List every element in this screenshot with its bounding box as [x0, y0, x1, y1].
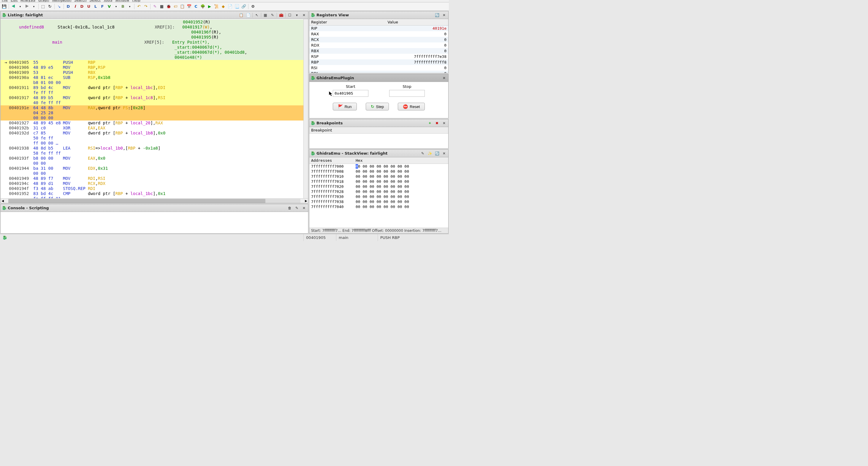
chip-icon[interactable]: ▦ [159, 4, 165, 9]
menu-edit[interactable]: Edit [11, 0, 18, 2]
menu-select[interactable]: Select [90, 0, 101, 2]
i-icon[interactable]: I [72, 4, 78, 9]
menu-window[interactable]: Window [115, 0, 129, 2]
refresh-icon[interactable]: 🔄 [434, 151, 440, 156]
listing-row[interactable]: 40 fe ff ff [1, 100, 303, 105]
sheet2-icon[interactable]: 📃 [234, 4, 240, 9]
cal1-icon[interactable]: 📋 [179, 4, 185, 9]
listing-row[interactable]: 0040194ff3 48 abSTOSQ.REPRDI [1, 186, 303, 191]
edit-icon[interactable]: ✎ [420, 151, 426, 156]
listing-row[interactable]: 0040191748 89 b5MOVqword ptr [RBP + loca… [1, 95, 303, 100]
hex-col[interactable]: Hex [354, 157, 448, 163]
listing-row[interactable]: 0040192748 89 45 e8MOVqword ptr [RBP + l… [1, 121, 303, 126]
register-row[interactable]: RAX0 [309, 31, 448, 37]
listing-row[interactable]: 0040190a48 81 ecSUBRSP,0x1b8 [1, 75, 303, 80]
save-icon[interactable]: 💾 [1, 4, 7, 9]
cursor-icon[interactable]: ↖ [254, 12, 260, 18]
copy-icon[interactable]: 📋 [238, 12, 244, 18]
close-icon[interactable]: ✕ [441, 12, 447, 18]
start-input[interactable] [333, 90, 368, 97]
breakpoints-body[interactable]: Breakpoint [309, 127, 448, 148]
registers-body[interactable]: Register Value RIP40191eRAX0RCX0RDX0RBX0… [309, 19, 448, 73]
stack-row[interactable]: 7fffffffff702000 00 00 00 00 00 00 00 [309, 184, 448, 189]
listing-row[interactable]: ff 00 00 … [1, 141, 303, 146]
close-icon[interactable]: ✕ [301, 12, 307, 18]
listing-row[interactable]: →0040190555PUSHRBP [1, 60, 303, 65]
listing-row[interactable]: 0040195283 bd 4cCMPdword ptr [RBP + loca… [1, 191, 303, 196]
back-icon[interactable]: ⯇ [10, 4, 16, 9]
register-row[interactable]: RBX0 [309, 48, 448, 54]
listing-row[interactable]: 00 00 [1, 161, 303, 166]
reset-button[interactable]: ⛔Reset [398, 103, 425, 111]
listing-row[interactable]: 50 fe ff [1, 136, 303, 141]
listing-row[interactable]: fe ff ff [1, 90, 303, 95]
forward-icon[interactable]: ⯈ [24, 4, 30, 9]
listing-view[interactable]: 00401952(R)undefined8Stack[-0x1c8…local_… [1, 19, 303, 198]
register-row[interactable]: RIP40191e [309, 26, 448, 31]
refresh-icon[interactable]: 🔄 [434, 12, 440, 18]
stack-row[interactable]: 7fffffffff701800 00 00 00 00 00 00 00 [309, 179, 448, 184]
diamond-icon[interactable]: ◆ [220, 4, 226, 9]
close-icon[interactable]: ✕ [441, 75, 447, 81]
register-col-name[interactable]: Register [309, 19, 385, 26]
stack-row[interactable]: 7fffffffff703800 00 00 00 00 00 00 00 [309, 199, 448, 204]
refresh-icon[interactable]: ↻ [47, 4, 53, 9]
tree-icon[interactable]: 🌳 [200, 4, 206, 9]
listing-row[interactable]: 0040193848 8d b5LEARSI=>local_1b0,[RBP +… [1, 146, 303, 151]
v-icon[interactable]: V [106, 4, 112, 9]
menu-file[interactable]: File [2, 0, 8, 2]
dropdown-icon[interactable]: ▾ [127, 4, 133, 9]
play-icon[interactable]: ▶ [207, 4, 213, 9]
gear-icon[interactable]: ⚙ [250, 4, 256, 9]
stack-body[interactable]: Addresses Hex 7fffffffff700000 00 00 00 … [309, 157, 448, 228]
menu-bar[interactable]: FileEditAnalysisGraphNavigationSearchSel… [0, 0, 449, 2]
close-icon[interactable]: ✕ [301, 205, 307, 211]
menu-tools[interactable]: Tools [103, 0, 113, 2]
listing-row[interactable]: b8 01 00 00 [1, 80, 303, 85]
layout-icon[interactable]: ▦ [262, 12, 268, 18]
listing-row[interactable]: 0040192b31 c0XOREAX,EAX [1, 126, 303, 131]
close-icon[interactable]: ✕ [441, 120, 447, 126]
register-row[interactable]: RDI0 [309, 71, 448, 73]
remove-icon[interactable]: ✖ [434, 120, 440, 126]
close-icon[interactable]: ✕ [441, 151, 447, 156]
f-icon[interactable]: F [99, 4, 105, 9]
addresses-col[interactable]: Addresses [309, 157, 354, 163]
listing-row[interactable]: 00 00 00 [1, 116, 303, 121]
toolbox-icon[interactable]: 🧰 [278, 12, 284, 18]
listing-row[interactable]: fe ff ff 01 [1, 196, 303, 198]
window-icon[interactable]: ☐ [287, 12, 293, 18]
l-icon[interactable]: L [93, 4, 98, 9]
edit-listing-icon[interactable]: ✎ [270, 12, 276, 18]
script-icon[interactable]: 📜 [213, 4, 219, 9]
step-button[interactable]: ↻Step [366, 103, 389, 111]
bug-icon[interactable]: 🐞 [166, 4, 172, 9]
link-icon[interactable]: 🔗 [241, 4, 247, 9]
listing-vscrollbar[interactable] [303, 19, 308, 198]
listing-row[interactable]: 0040194c48 89 d1MOVRCX,RDX [1, 181, 303, 186]
stop-input[interactable] [389, 90, 425, 97]
stack-row[interactable]: 7fffffffff700000 00 00 00 00 00 00 00 [309, 164, 448, 169]
console-body[interactable] [1, 212, 308, 233]
listing-row[interactable]: 0040191189 bd 4cMOVdword ptr [RBP + loca… [1, 85, 303, 90]
stack-row[interactable]: 7fffffffff702800 00 00 00 00 00 00 00 [309, 189, 448, 194]
dropdown-icon[interactable]: ▾ [113, 4, 119, 9]
menu-icon[interactable]: ▾ [294, 12, 300, 18]
d-icon[interactable]: D [65, 4, 71, 9]
pencil-icon[interactable]: ✎ [152, 4, 158, 9]
menu-search[interactable]: Search [74, 0, 86, 2]
undo-arrow-icon[interactable]: ↶ [136, 4, 142, 9]
listing-row[interactable]: 0040192dc7 85MOVdword ptr [RBP + local_1… [1, 131, 303, 136]
menu-help[interactable]: Help [132, 0, 141, 2]
redo-arrow-icon[interactable]: ↷ [143, 4, 149, 9]
breakpoint-col[interactable]: Breakpoint [309, 127, 448, 133]
menu-analysis[interactable]: Analysis [21, 0, 35, 2]
register-row[interactable]: RSI0 [309, 65, 448, 71]
add-icon[interactable]: ＋ [427, 120, 433, 126]
dropdown-icon[interactable]: ▾ [31, 4, 37, 9]
clear-icon[interactable]: 🗑 [287, 205, 293, 211]
stack-row[interactable]: 7fffffffff703000 00 00 00 00 00 00 00 [309, 194, 448, 199]
stack-row[interactable]: 7fffffffff701000 00 00 00 00 00 00 00 [309, 174, 448, 179]
listing-row[interactable]: 0040194948 89 f7MOVRDI,RSI [1, 176, 303, 181]
listing-row[interactable]: 00 00 [1, 171, 303, 176]
